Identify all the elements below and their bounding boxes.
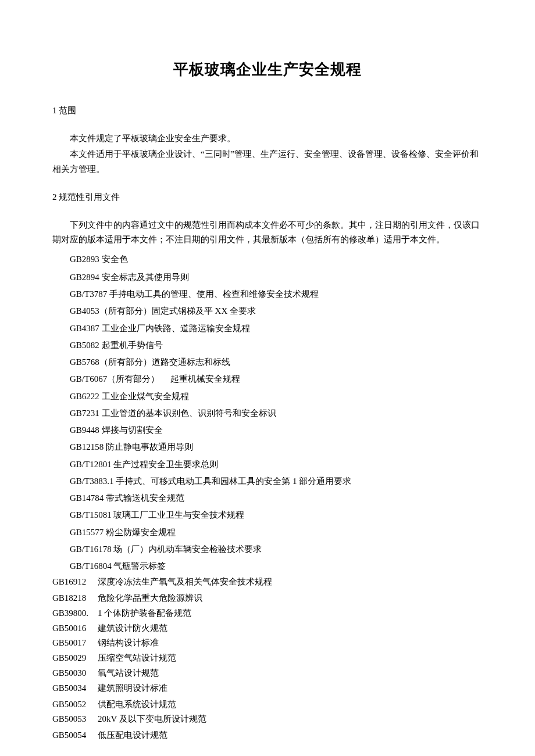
ref-title: 危险化学品重大危险源辨识 (98, 591, 483, 606)
ref-code: GB50016 (52, 621, 98, 636)
ref-code: GB18218 (52, 591, 98, 606)
section-2-heading: 2 规范性引用文件 (52, 191, 483, 204)
ref-item: GB/T16804 气瓶警示标签 (70, 558, 483, 575)
reference-list-indented: GB2893 安全色 GB2894 安全标志及其使用导则 GB/T3787 手持… (70, 251, 483, 575)
ref-item: GB5082 起重机手势信号 (70, 337, 483, 354)
ref-item: GB4387 工业企业厂内铁路、道路运输安全规程 (70, 320, 483, 337)
ref-item: GB5768（所有部分）道路交通标志和标线 (70, 354, 483, 371)
ref-title: 压缩空气站设计规范 (98, 651, 483, 666)
ref-item: GB2893 安全色 (70, 251, 483, 268)
ref-row: GB50017 钢结构设计标准 (52, 636, 483, 651)
ref-code: GB50030 (52, 666, 98, 681)
ref-code: GB16912 (52, 575, 98, 590)
ref-item: GB/T16178 场（厂）内机动车辆安全检验技术要求 (70, 541, 483, 558)
ref-item: GB6222 工业企业煤气安全规程 (70, 388, 483, 405)
ref-row: GB50052 供配电系统设计规范 (52, 697, 483, 712)
ref-item: GB2894 安全标志及其使用导则 (70, 269, 483, 286)
ref-code: GB50029 (52, 651, 98, 666)
ref-title: 供配电系统设计规范 (98, 697, 483, 712)
ref-row: GB50016 建筑设计防火规范 (52, 621, 483, 636)
ref-code: GB50017 (52, 636, 98, 651)
ref-code: GB50052 (52, 697, 98, 712)
ref-code: GB50034 (52, 681, 98, 696)
ref-item: GB4053（所有部分）固定式钢梯及平 XX 全要求 (70, 303, 483, 320)
ref-title: 20kV 及以下变电所设计规范 (98, 712, 483, 727)
ref-code: GB50054 (52, 728, 98, 743)
ref-code: GB39800. (52, 606, 98, 621)
section-2-intro: 下列文件中的内容通过文中的规范性引用而构成本文件必不可少的条款。其中，注日期的引… (52, 218, 483, 248)
ref-title: 钢结构设计标准 (98, 636, 483, 651)
ref-row: GB50053 20kV 及以下变电所设计规范 (52, 712, 483, 727)
section-1-para-2: 本文件适用于平板玻璃企业设计、“三同时”管理、生产运行、安全管理、设备管理、设备… (52, 147, 483, 177)
ref-title: 1 个体防护装备配备规范 (98, 606, 483, 621)
ref-row: GB50054 低压配电设计规范 (52, 728, 483, 743)
ref-row: GB50029 压缩空气站设计规范 (52, 651, 483, 666)
ref-row: GB39800. 1 个体防护装备配备规范 (52, 606, 483, 621)
ref-item: GB/T3883.1 手持式、可移式电动工具和园林工具的安全第 1 部分通用要求 (70, 473, 483, 490)
ref-item: GB15577 粉尘防爆安全规程 (70, 524, 483, 541)
section-1-para-1: 本文件规定了平板玻璃企业安全生产要求。 (52, 131, 483, 146)
ref-title: 建筑照明设计标准 (98, 681, 483, 696)
ref-row: GB16912 深度冷冻法生产氧气及相关气体安全技术规程 (52, 575, 483, 590)
ref-item: GB12158 防止静电事故通用导则 (70, 439, 483, 456)
ref-row: GB50034 建筑照明设计标准 (52, 681, 483, 696)
section-1-heading: 1 范围 (52, 104, 483, 117)
ref-title: 低压配电设计规范 (98, 728, 483, 743)
ref-item: GB9448 焊接与切割安全 (70, 422, 483, 439)
ref-item: GB/T3787 手持电动工具的管理、使用、检查和维修安全技术规程 (70, 286, 483, 303)
ref-item: GB/T12801 生产过程安全卫生要求总则 (70, 456, 483, 473)
ref-item: GB14784 带式输送机安全规范 (70, 490, 483, 507)
ref-title: 氧气站设计规范 (98, 666, 483, 681)
reference-list-flush: GB16912 深度冷冻法生产氧气及相关气体安全技术规程 GB18218 危险化… (52, 575, 483, 743)
ref-item: GB/T6067（所有部分） 起重机械安全规程 (70, 371, 483, 388)
ref-row: GB18218 危险化学品重大危险源辨识 (52, 591, 483, 606)
ref-title: 建筑设计防火规范 (98, 621, 483, 636)
section-2-intro-text: 下列文件中的内容通过文中的规范性引用而构成本文件必不可少的条款。其中，注日期的引… (52, 218, 483, 248)
section-1-body: 本文件规定了平板玻璃企业安全生产要求。 本文件适用于平板玻璃企业设计、“三同时”… (52, 131, 483, 177)
ref-code: GB50053 (52, 712, 98, 727)
ref-row: GB50030 氧气站设计规范 (52, 666, 483, 681)
ref-title: 深度冷冻法生产氧气及相关气体安全技术规程 (98, 575, 483, 590)
ref-item: GB7231 工业管道的基本识别色、识别符号和安全标识 (70, 405, 483, 422)
document-title: 平板玻璃企业生产安全规程 (52, 58, 483, 81)
ref-item: GB/T15081 玻璃工厂工业卫生与安全技术规程 (70, 507, 483, 524)
